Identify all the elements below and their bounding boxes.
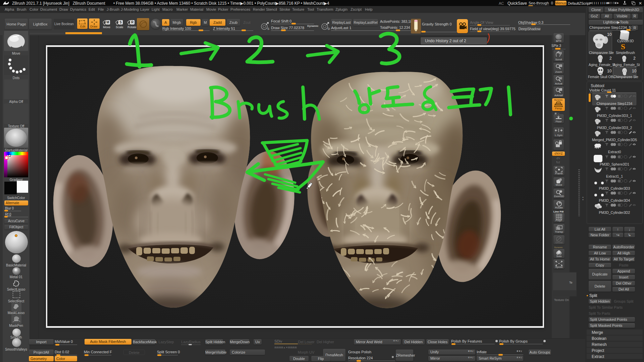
svg-text:R: R [131,20,134,24]
svg-text:D: D [328,27,330,31]
svg-text:S: S [267,27,269,31]
svg-text:3D: 3D [560,191,562,193]
svg-text:M: M [106,20,109,24]
svg-text:S: S [119,20,122,24]
